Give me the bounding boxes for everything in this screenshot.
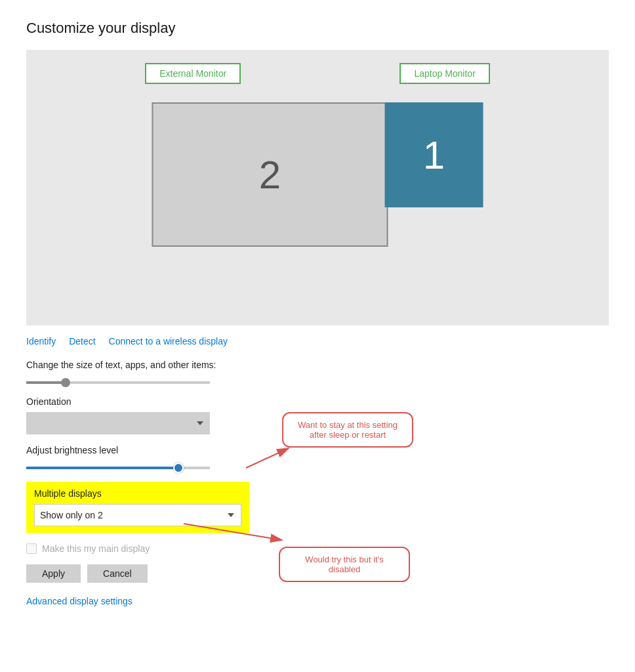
monitors-container: 2 1 — [152, 102, 483, 247]
brightness-slider[interactable] — [26, 467, 210, 469]
page-title: Customize your display — [26, 20, 609, 37]
apply-button[interactable]: Apply — [26, 564, 81, 583]
scale-label: Change the size of text, apps, and other… — [26, 360, 609, 370]
multiple-displays-section: Multiple displays Show only on 2 Duplica… — [26, 482, 249, 533]
multiple-displays-label: Multiple displays — [34, 488, 241, 499]
advanced-settings-link[interactable]: Advanced display settings — [26, 596, 133, 606]
laptop-monitor-label: Laptop Monitor — [399, 63, 489, 84]
wireless-link[interactable]: Connect to a wireless display — [109, 336, 228, 346]
detect-link[interactable]: Detect — [69, 336, 95, 346]
action-links: Identify Detect Connect to a wireless di… — [26, 336, 609, 346]
external-monitor-label: External Monitor — [145, 63, 241, 84]
cancel-button[interactable]: Cancel — [87, 564, 148, 583]
main-display-label: Make this my main display — [42, 543, 150, 554]
orientation-label: Orientation — [26, 396, 609, 407]
buttons-row: Apply Cancel — [26, 564, 609, 583]
main-display-checkbox — [26, 543, 37, 554]
monitor-1[interactable]: 1 — [385, 102, 483, 207]
display-area: External Monitor Laptop Monitor 2 1 — [26, 50, 609, 326]
monitor-2[interactable]: 2 — [152, 102, 388, 247]
identify-link[interactable]: Identify — [26, 336, 56, 346]
brightness-slider-container — [26, 461, 210, 471]
brightness-label: Adjust brightness level — [26, 445, 609, 455]
multiple-displays-select[interactable]: Show only on 2 Duplicate these displays … — [34, 504, 241, 526]
brightness-section: Adjust brightness level — [26, 445, 609, 471]
orientation-select[interactable] — [26, 412, 210, 434]
main-display-row: Make this my main display — [26, 543, 609, 554]
scale-slider-container — [26, 375, 210, 386]
orientation-section: Orientation — [26, 396, 609, 434]
settings-area: Change the size of text, apps, and other… — [26, 360, 609, 606]
scale-slider[interactable] — [26, 381, 210, 384]
scale-section: Change the size of text, apps, and other… — [26, 360, 609, 386]
